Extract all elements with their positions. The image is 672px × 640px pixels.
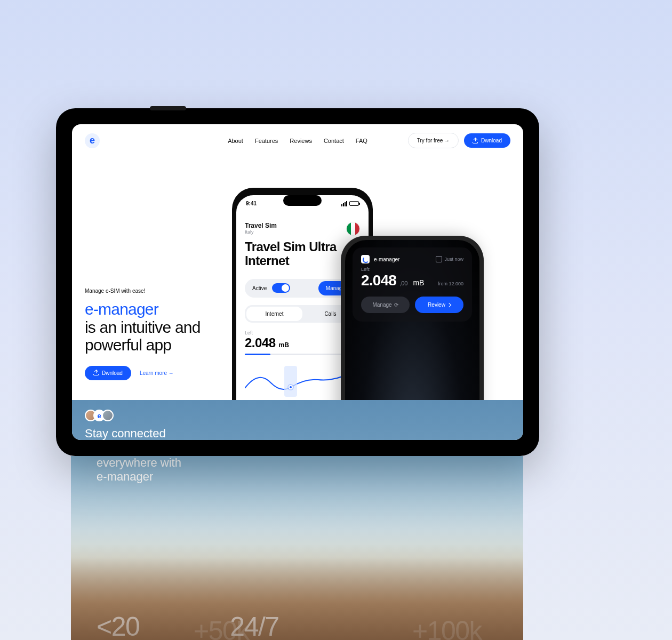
sim-country: Italy [245, 229, 277, 235]
dark-left-unit: mB [413, 278, 424, 287]
avatar [102, 410, 114, 421]
nav-about[interactable]: About [228, 138, 243, 144]
try-free-button[interactable]: Try for free → [408, 133, 459, 148]
download-icon [93, 370, 99, 375]
stat-value-1: <20 [97, 613, 139, 640]
hero-image-band: e Stay connected [72, 400, 523, 440]
app-icon [361, 255, 370, 263]
data-left-unit: mB [279, 341, 289, 349]
tab-internet[interactable]: Internet [246, 307, 302, 321]
subhero-line-2: e-manager [97, 470, 181, 484]
nav-faq[interactable]: FAQ [356, 138, 367, 144]
download-button-header-label: Dwnload [481, 138, 502, 143]
review-button-label: Review [428, 302, 445, 308]
site-header: e About Features Reviews Contact FAQ Try… [72, 124, 523, 157]
download-icon [473, 138, 478, 143]
chevron-right-icon [447, 302, 451, 308]
refresh-icon: ⟳ [394, 302, 398, 308]
active-toggle[interactable] [272, 283, 290, 293]
hero-title-rest: is an intuitive and powerful app [85, 318, 201, 354]
signal-bars-icon [341, 201, 347, 206]
logo-badge[interactable]: e [85, 133, 100, 148]
hero-title: e-manager is an intuitive and powerful a… [85, 300, 234, 354]
manage-button-dark[interactable]: Manage ⟳ [361, 297, 410, 313]
download-button-hero-label: Dwnload [102, 370, 123, 376]
hero-section: Manage e-SIM with ease! e-manager is an … [72, 157, 523, 400]
notification-card: e-manager Just now Left: 2.048,00 mB fro… [353, 247, 472, 322]
download-button-header[interactable]: Dwnload [464, 133, 510, 148]
tablet-camera-notch [150, 106, 186, 110]
status-clock: 9:41 [246, 201, 257, 206]
dark-left-from: from 12.000 [438, 281, 463, 286]
review-button[interactable]: Review [415, 297, 463, 313]
hero-tagline: Manage e-SIM with ease! [85, 288, 234, 294]
download-button-hero[interactable]: Dwnload [85, 366, 131, 380]
stat-value-faded-2: +100k [412, 615, 482, 640]
subhero-line-1: everywhere with [97, 456, 181, 470]
stat-value-faded-1: +50k [194, 615, 249, 640]
dark-left-decimals: ,00 [399, 280, 407, 286]
dark-left-label: Left: [361, 267, 463, 272]
tablet-frame: e About Features Reviews Contact FAQ Try… [56, 108, 539, 456]
active-label: Active [247, 282, 272, 294]
sim-name: Travel Sim [245, 222, 277, 229]
data-left-value: 2.048 [245, 335, 276, 350]
status-icons [341, 201, 359, 206]
italy-flag-icon [346, 222, 360, 236]
nav-reviews[interactable]: Reviews [290, 138, 312, 144]
learn-more-link[interactable]: Learn more → [140, 370, 174, 376]
notification-app-name: e-manager [374, 257, 399, 262]
hero-brand: e-manager [85, 300, 158, 318]
progress-fill [245, 354, 270, 355]
battery-icon [349, 201, 359, 206]
phone-dark-frame: e-manager Just now Left: 2.048,00 mB fro… [341, 236, 484, 422]
stat-value-2: 24/7 [230, 613, 278, 640]
main-nav: About Features Reviews Contact FAQ [228, 138, 367, 144]
nav-contact[interactable]: Contact [324, 138, 344, 144]
nav-features[interactable]: Features [255, 138, 278, 144]
avatar-stack: e [85, 410, 510, 421]
dark-left-value: 2.048 [361, 272, 396, 289]
below-fold-hero: everywhere with e-manager <20 24/7 +50k … [71, 456, 523, 640]
notification-timestamp: Just now [436, 256, 463, 262]
phone-dark-screen: e-manager Just now Left: 2.048,00 mB fro… [345, 240, 479, 418]
band-title: Stay connected [85, 427, 510, 440]
phone-mockups: 9:41 Travel Sim Italy [232, 188, 520, 422]
sparkline-marker [289, 385, 293, 389]
tablet-screen: e About Features Reviews Contact FAQ Try… [72, 124, 523, 440]
manage-button-dark-label: Manage [372, 302, 391, 308]
